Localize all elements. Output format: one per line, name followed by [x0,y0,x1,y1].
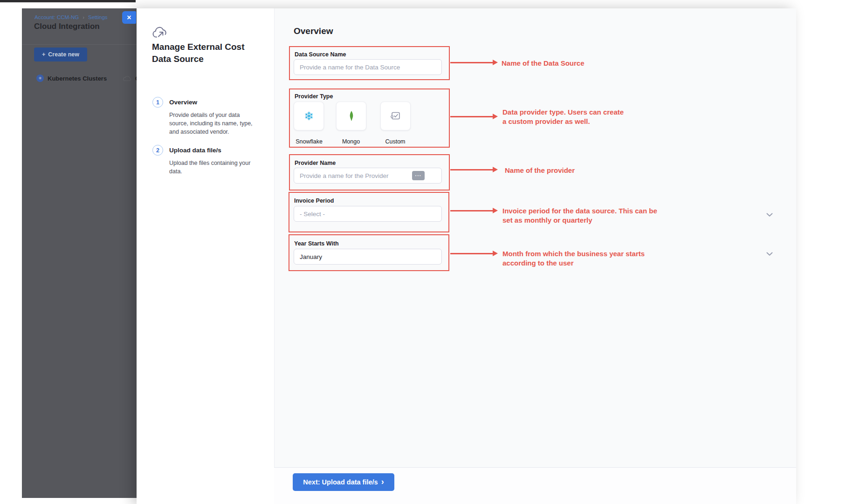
kubernetes-icon: ✳ [36,75,44,82]
screen: Account: CCM-NG › Settings Cloud Integra… [0,0,853,504]
provider-card-mongo[interactable] [336,102,366,130]
step-2-indicator[interactable]: 2 [152,145,163,156]
step-2-description: Upload the files containing your data. [169,159,259,176]
next-button-label: Next: Upload data file/s [303,478,378,486]
step-1-indicator[interactable]: 1 [152,97,163,108]
step-1-description: Provide details of your data source, inc… [169,111,259,136]
provider-name-label: Provider Name [295,160,336,166]
annotation-arrow-icon [450,210,493,211]
provider-type-label: Provider Type [295,93,333,100]
annotation-arrow-icon [450,169,493,170]
tab-cloud-accounts[interactable]: C [123,72,137,85]
annotation-arrow-icon [450,62,493,63]
provider-card-mongo-label: Mongo [328,138,374,145]
plus-icon: + [42,51,45,58]
breadcrumb: Account: CCM-NG › Settings [34,14,108,20]
year-starts-with-select[interactable]: January [294,249,442,265]
next-upload-button[interactable]: Next: Upload data file/s › [293,473,394,491]
page-title: Cloud Integration [34,22,100,31]
cloud-export-icon [152,26,168,42]
tab-kubernetes-clusters[interactable]: ✳ Kubernetes Clusters [36,72,107,85]
provider-card-snowflake[interactable]: ❄ [294,102,324,130]
provider-card-snowflake-label: Snowflake [286,138,332,145]
expression-ellipsis-button[interactable]: ··· [412,171,425,180]
cloud-icon [123,75,131,82]
annotation-text-provider-type: Data provider type. Users can create a c… [502,108,625,126]
breadcrumb-account-link[interactable]: Account: CCM-NG [34,14,79,20]
drawer-title: Manage External Cost Data Source [152,41,251,65]
chevron-down-icon[interactable] [766,250,773,258]
invoice-period-label: Invoice Period [294,198,334,204]
step-2-label[interactable]: Upload data file/s [169,147,221,154]
annotation-arrow-icon [450,253,493,254]
mongo-leaf-icon [346,110,357,122]
provider-card-custom-label: Custom [372,138,419,145]
chevron-right-icon: › [381,477,384,486]
provider-card-custom[interactable] [380,102,411,130]
data-source-name-label: Data Source Name [295,51,346,58]
data-source-name-input[interactable] [294,59,442,75]
annotation-arrow-icon [450,116,493,117]
snowflake-icon: ❄ [304,110,314,122]
form-area [274,8,796,467]
annotation-text-year-starts-with: Month from which the business year start… [502,249,667,267]
close-button[interactable]: × [122,11,136,24]
divider [22,44,137,45]
tab-kubernetes-label: Kubernetes Clusters [48,75,107,82]
custom-provider-icon [389,110,402,122]
form-heading: Overview [294,26,333,36]
annotation-text-invoice-period: Invoice period for the data source. This… [502,206,665,225]
breadcrumb-settings-link[interactable]: Settings [88,14,108,20]
create-new-button[interactable]: + Create new [34,48,87,61]
annotation-text-provider-name: Name of the provider [505,166,645,175]
breadcrumb-separator-icon: › [83,15,84,20]
close-icon: × [127,14,131,22]
step-1-label[interactable]: Overview [169,99,197,106]
chevron-down-icon[interactable] [766,211,773,219]
invoice-period-select[interactable]: - Select - [294,206,442,222]
create-new-label: Create new [48,51,79,58]
year-starts-with-label: Year Starts With [294,240,339,247]
background-page: Account: CCM-NG › Settings Cloud Integra… [22,8,137,498]
browser-edge-strip [0,0,136,2]
annotation-text-data-source-name: Name of the Data Source [502,59,646,68]
